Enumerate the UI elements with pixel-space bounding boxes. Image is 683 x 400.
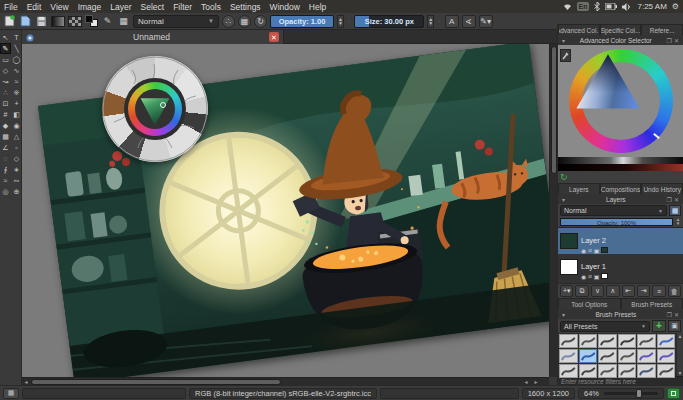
tool-button[interactable]: ◆	[0, 120, 11, 131]
canvas-viewport[interactable]	[22, 44, 549, 377]
pattern-chooser[interactable]	[68, 16, 82, 27]
tool-button[interactable]: ∴	[0, 87, 11, 98]
shade-selector-strip-1[interactable]	[558, 157, 683, 164]
menu-item[interactable]: Tools	[201, 2, 221, 12]
size-slider[interactable]: Size: 30.00 px	[354, 15, 424, 28]
open-document-button[interactable]	[19, 15, 32, 28]
tool-button[interactable]: ◇	[0, 65, 11, 76]
close-docker-icon[interactable]: ✕	[673, 37, 680, 44]
float-docker-icon[interactable]: ❐	[666, 37, 673, 44]
tool-button[interactable]: ▫	[11, 142, 22, 153]
brush-preset[interactable]	[637, 334, 656, 348]
canvas-vertical-scrollbar[interactable]	[549, 44, 557, 377]
tool-button[interactable]: ╲	[11, 43, 22, 54]
tool-button[interactable]: ⊡	[0, 98, 11, 109]
float-docker-icon[interactable]: ❐	[666, 311, 673, 318]
selection-mode-icon[interactable]: ▦	[3, 388, 19, 399]
hue-ring[interactable]	[569, 49, 673, 153]
tool-button[interactable]: T	[11, 32, 22, 43]
tool-button[interactable]: ∾	[11, 175, 22, 186]
menu-item[interactable]: Help	[309, 2, 326, 12]
dock-tab[interactable]: Refere...	[641, 24, 683, 35]
layer-inherit-alpha-icon[interactable]: α	[588, 247, 591, 253]
layer-visibility-icon[interactable]: ◉	[581, 273, 586, 280]
layer-row[interactable]: Layer 2 ◉ α ▣	[558, 228, 683, 254]
add-preset-button[interactable]: +	[652, 320, 666, 332]
brush-preset[interactable]	[618, 334, 637, 348]
tool-button[interactable]: ▦	[0, 131, 11, 142]
zoom-control[interactable]: 64%	[578, 388, 664, 399]
menu-item[interactable]: View	[50, 2, 68, 12]
layer-opacity-slider[interactable]: Opacity: 100%	[560, 218, 673, 226]
canvas-only-mode-icon[interactable]	[667, 388, 680, 399]
menu-item[interactable]: File	[4, 2, 18, 12]
brush-preset[interactable]	[579, 349, 598, 363]
menu-item[interactable]: Filter	[173, 2, 192, 12]
menu-item[interactable]: Image	[78, 2, 102, 12]
tool-button[interactable]: ◌	[0, 153, 11, 164]
menu-item[interactable]: Edit	[27, 2, 42, 12]
preset-options-button[interactable]: ▦	[238, 15, 251, 28]
layer-filter-button[interactable]: ▦	[669, 205, 681, 216]
zoom-slider[interactable]	[604, 392, 658, 395]
layer-alpha-lock-icon[interactable]: ▣	[594, 273, 600, 280]
tool-button[interactable]: ∗	[11, 164, 22, 175]
preset-scrollbar[interactable]: ▲▼	[676, 333, 683, 376]
battery-icon[interactable]	[605, 3, 617, 10]
keyboard-layout-indicator[interactable]: En	[577, 2, 590, 11]
close-docker-icon[interactable]: ✕	[673, 311, 680, 318]
dock-tab[interactable]: Brush Presets	[621, 298, 683, 309]
fg-bg-color-swatch[interactable]	[85, 15, 98, 27]
wifi-icon[interactable]	[563, 3, 572, 11]
layer-alpha-lock-icon[interactable]: ▣	[594, 247, 600, 254]
tool-button[interactable]: ↖	[0, 32, 11, 43]
close-docker-icon[interactable]: ✕	[673, 196, 680, 203]
canvas-horizontal-scrollbar[interactable]: ◂ ◂ ▸	[22, 377, 549, 385]
edit-brush-settings-button[interactable]: ✎	[101, 15, 114, 28]
tool-button[interactable]: △	[11, 131, 22, 142]
dock-tab[interactable]: Advanced Col...	[558, 24, 600, 35]
layer-opacity-stepper[interactable]: ▲▼	[675, 218, 681, 226]
dock-tab[interactable]: Compositions	[600, 183, 642, 194]
layer-row[interactable]: Layer 1 ◉ α ▣	[558, 254, 683, 280]
size-stepper[interactable]: ▲▼	[427, 15, 434, 28]
tool-button[interactable]: ≈	[0, 175, 11, 186]
tool-button[interactable]: ◎	[0, 186, 11, 197]
tool-button[interactable]: #	[0, 109, 11, 120]
menu-item[interactable]: Select	[141, 2, 165, 12]
brush-preset[interactable]	[598, 364, 617, 378]
brush-preset[interactable]	[598, 334, 617, 348]
advanced-color-selector[interactable]	[558, 45, 683, 157]
eyedropper-icon[interactable]	[560, 49, 571, 62]
brush-preset[interactable]	[559, 364, 578, 378]
opacity-stepper[interactable]: ▲▼	[337, 15, 344, 28]
layer-visibility-icon[interactable]: ◉	[581, 247, 586, 254]
dock-tab[interactable]: Undo History	[641, 183, 683, 194]
brush-preset[interactable]	[579, 364, 598, 378]
tool-button[interactable]: ▭	[0, 54, 11, 65]
bluetooth-icon[interactable]	[594, 2, 600, 11]
tool-button[interactable]: ※	[11, 87, 22, 98]
brush-preset[interactable]	[579, 334, 598, 348]
save-button[interactable]	[35, 15, 48, 28]
dock-tab[interactable]: Tool Options	[558, 298, 621, 309]
layer-blend-mode-select[interactable]: Normal▼	[560, 205, 667, 216]
opacity-slider[interactable]: Opacity: 1.00	[270, 15, 334, 28]
shade-selector-strip-2[interactable]	[558, 164, 683, 171]
close-document-icon[interactable]: ✕	[269, 32, 279, 42]
choose-brush-preset-button[interactable]: ▦	[117, 15, 130, 28]
tool-button[interactable]: ≈	[11, 76, 22, 87]
tool-button[interactable]: ∿	[11, 65, 22, 76]
brush-preset[interactable]	[657, 349, 676, 363]
brush-preset[interactable]	[657, 334, 676, 348]
dock-tab[interactable]: Specific Col...	[600, 24, 642, 35]
eraser-mode-button[interactable]: ∴	[222, 15, 235, 28]
mirror-horizontal-button[interactable]: A	[445, 15, 459, 28]
tool-button[interactable]: ◯	[11, 54, 22, 65]
mirror-vertical-button[interactable]: A	[462, 15, 476, 28]
session-gear-icon[interactable]: ⚙	[672, 2, 679, 11]
tool-button[interactable]: ✎	[0, 43, 11, 54]
tool-button[interactable]: ◧	[11, 109, 22, 120]
blend-mode-select[interactable]: Normal▼	[133, 15, 219, 28]
tool-button[interactable]: +	[11, 98, 22, 109]
